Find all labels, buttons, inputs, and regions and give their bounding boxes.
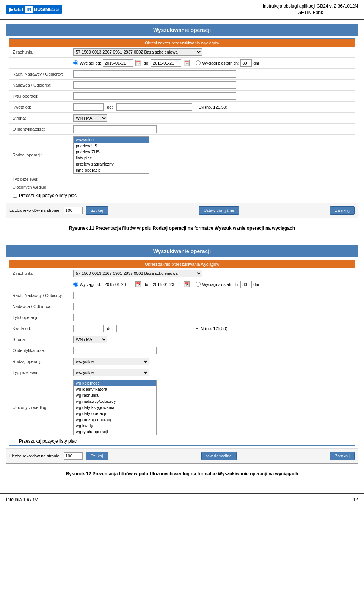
listbox-item-przelew-zagraniczny[interactable]: przelew zagraniczny — [74, 161, 149, 167]
calendar-icon-from-1[interactable]: 📅 — [135, 60, 141, 66]
listbox-item-wg-rachunku[interactable]: wg rachunku — [74, 392, 156, 398]
listbox-item-wg-identyfikatora[interactable]: wg identyfikatora — [74, 386, 156, 392]
pln-label: PLN (np. 125,50) — [196, 105, 228, 109]
listbox-item-wszystkie[interactable]: wszystkie — [74, 137, 149, 143]
calendar-icon-to-2[interactable]: 📅 — [184, 281, 190, 287]
ustaw-btn-2[interactable]: taw domyślne — [201, 452, 237, 460]
days-input-2[interactable] — [240, 281, 252, 288]
typ-label-2: Typ przelewu: — [9, 367, 70, 378]
row2-wyciagi-dates: Wyciągi od: 📅 do: 📅 Wyciągi z ostatnich:… — [9, 279, 355, 290]
wyciagi-ostatnich-radio-2[interactable] — [196, 282, 201, 287]
tytul-label-2: Tytuł operacji: — [9, 312, 70, 323]
typ-przelewu-label: Typ przelewu: — [9, 175, 70, 183]
figure-caption-1: Rysunek 11 Prezentacja filtrów w polu Ro… — [6, 226, 358, 231]
typ-select-2[interactable]: wszystkie — [73, 369, 149, 376]
rach-nadawcy-input[interactable] — [73, 70, 236, 78]
rach-nadawcy-input-2[interactable] — [73, 292, 236, 299]
identyfikator-input[interactable] — [73, 125, 157, 133]
form1-actions-left: Liczba rekordów na stronie: Szukaj — [9, 206, 108, 215]
listbox-item-wg-daty-operacji[interactable]: wg daty operacji — [74, 410, 156, 416]
wyciagi-od-radio-2[interactable] — [73, 282, 78, 287]
strona-label-2: Strona: — [9, 334, 70, 345]
row-strona: Strona: WN i MA — [9, 112, 355, 123]
zamknij-btn-1[interactable]: Zamknij — [330, 206, 355, 215]
records-input-2[interactable] — [64, 452, 83, 460]
form2-actions-left: Liczba rekordów na stronie: Szukaj — [9, 452, 108, 460]
kwota-od-input-2[interactable] — [73, 325, 104, 332]
date-to-1[interactable] — [151, 59, 181, 67]
date-from-1[interactable] — [103, 59, 133, 67]
date-to-2[interactable] — [151, 281, 181, 288]
kwota-od-label: Kwota od: — [9, 101, 70, 112]
calendar-icon-from-2[interactable]: 📅 — [135, 281, 141, 287]
szukaj-btn-2[interactable]: Szukaj — [86, 452, 108, 460]
row-typ-przelewu: Typ przelewu: — [9, 175, 355, 183]
row-identyfikator: O identyfikatorze: — [9, 123, 355, 134]
rodzaj-listbox[interactable]: wszystkie przelew US przelew ZUS listy p… — [73, 136, 149, 174]
listbox-item-przelew-zus[interactable]: przelew ZUS — [74, 149, 149, 155]
listbox-item-wg-rodzaju[interactable]: wg rodzaju operacji — [74, 416, 156, 423]
rodzaj-label-2: Rodzaj operacji: — [9, 356, 70, 367]
row2-ulozonych: Ułożonych według: wg kolejności wg ident… — [9, 378, 355, 437]
identyfikator-input-2[interactable] — [73, 347, 157, 354]
kwota-do-input-2[interactable] — [116, 325, 192, 332]
row-ulozonych: Ułożonych według: — [9, 183, 355, 191]
wyciagi-od-label: Wyciągi od: — [80, 61, 101, 65]
wyciagi-ostatnich-radio[interactable] — [196, 60, 201, 65]
form1-container: Wyszukiwanie operacji Określ zakres prze… — [6, 24, 358, 218]
listbox-item-wg-nadawcy[interactable]: wg nadawcy/odbiorcy — [74, 398, 156, 404]
rach-nadawcy-label: Rach. Nadawcy / Odbiorcy: — [9, 68, 70, 79]
rodzaj-select-2[interactable]: wszystkie — [73, 358, 149, 365]
tytul-input[interactable] — [73, 92, 236, 100]
tytul-input-2[interactable] — [73, 314, 236, 321]
listbox-item-listy-plac[interactable]: listy płac — [74, 155, 149, 161]
strona-select-2[interactable]: WN i MA — [73, 336, 107, 343]
dni-label-2: dni — [253, 282, 259, 287]
kwota-od-input[interactable] — [73, 103, 104, 111]
wyciagi-od-radio[interactable] — [73, 60, 78, 65]
listbox-item-przelew-us[interactable]: przelew US — [74, 143, 149, 149]
kwota-do-input[interactable] — [116, 103, 192, 111]
dni-label-1: dni — [253, 61, 259, 65]
row2-strona: Strona: WN i MA — [9, 334, 355, 345]
records-label-2: Liczba rekordów na stronie: — [9, 454, 61, 458]
listbox-item-wg-daty-ksiegowania[interactable]: wg daty księgowania — [74, 404, 156, 410]
row2-rodzaj: Rodzaj operacji: wszystkie — [9, 356, 355, 367]
form1-table: Z rachunku: 57 1560 0013 2367 0961 2837 … — [9, 47, 355, 191]
form2-actions: Liczba rekordów na stronie: Szukaj taw d… — [6, 448, 358, 463]
nadawca-input-2[interactable] — [73, 303, 236, 310]
records-input-1[interactable] — [64, 207, 83, 214]
wyciagi-od-radio-group: Wyciągi od: 📅 do: 📅 Wyciągi z ostatnich:… — [73, 59, 259, 67]
wyciagi-ostatnich-label-2: Wyciągi z ostatnich: — [202, 282, 239, 287]
przeszukaj-checkbox-2[interactable] — [13, 439, 17, 443]
kwota-do-label-2: do: — [107, 326, 113, 331]
listbox-item-inne[interactable]: inne operacje — [74, 167, 149, 173]
form1-title: Wyszukiwanie operacji — [6, 24, 358, 36]
z-rachunku-label: Z rachunku: — [9, 47, 70, 58]
date-from-2[interactable] — [103, 281, 133, 288]
listbox-item-wg-kolejnosci[interactable]: wg kolejności — [74, 380, 156, 386]
row2-typ: Typ przelewu: wszystkie — [9, 367, 355, 378]
divider — [6, 240, 358, 240]
days-input-1[interactable] — [240, 59, 252, 67]
calendar-icon-to-1[interactable]: 📅 — [184, 60, 190, 66]
szukaj-btn-1[interactable]: Szukaj — [86, 206, 108, 215]
row-wyciagi-dates: Wyciągi od: 📅 do: 📅 Wyciągi z ostatnich:… — [9, 57, 355, 68]
przeszukaj-checkbox[interactable] — [13, 193, 17, 198]
row-rach-nadawcy: Rach. Nadawcy / Odbiorcy: — [9, 68, 355, 79]
form2-table: Z rachunku: 57 1560 0013 2367 0961 2837 … — [9, 268, 355, 437]
pln-label-2: PLN (np. 125,50) — [196, 326, 228, 331]
account-select-1[interactable]: 57 1560 0013 2367 0961 2837 0002 Baza sz… — [73, 48, 202, 56]
listbox-item-wg-kwoty[interactable]: wg kwoty — [74, 423, 156, 429]
identyfikator-label: O identyfikatorze: — [9, 123, 70, 134]
ustaw-btn-1[interactable]: Ustaw domyślne — [199, 206, 239, 215]
listbox-item-wg-tytulu[interactable]: wg tytułu operacji — [74, 429, 156, 435]
zamknij-btn-2[interactable]: Zamknij — [330, 452, 355, 460]
wyciagi-ostatnich-label: Wyciągi z ostatnich: — [202, 61, 239, 65]
nadawca-input[interactable] — [73, 81, 236, 89]
strona-select[interactable]: WN i MA — [73, 114, 107, 122]
account-select-2[interactable]: 57 1560 0013 2367 0961 2837 0002 Baza sz… — [73, 270, 202, 277]
rodzaj-label: Rodzaj operacji: — [9, 134, 70, 175]
form1-section-title: Określ zakres przeszukiwania wyciągów — [9, 39, 355, 47]
ulozonych-listbox[interactable]: wg kolejności wg identyfikatora wg rachu… — [73, 380, 157, 435]
